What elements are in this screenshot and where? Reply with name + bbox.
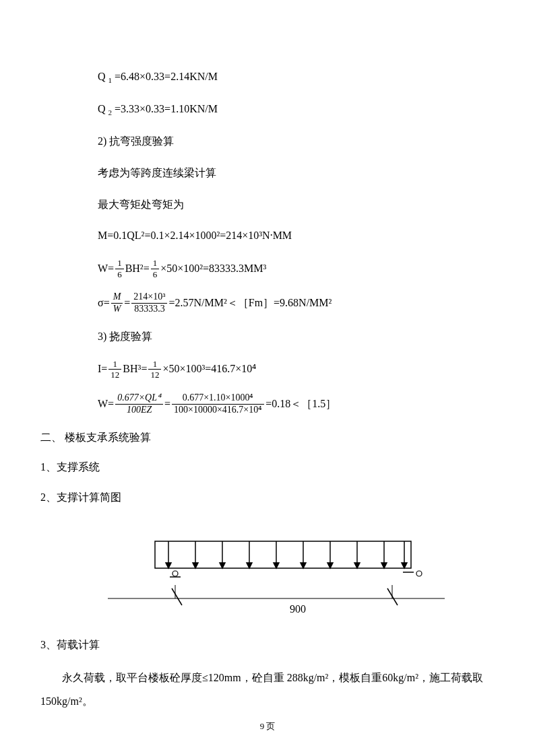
- sigma-rest: =2.57N/MM²＜［Fm］=9.68N/MM²: [168, 294, 332, 313]
- w-mid: BH²=: [125, 259, 150, 279]
- wd-pre: W=: [98, 394, 114, 414]
- heading-2: 2) 抗弯强度验算: [98, 132, 495, 151]
- sigma-eq: =: [124, 294, 130, 313]
- wd-rest: =0.18＜［1.5］: [265, 394, 336, 414]
- q2-sym: Q: [98, 103, 106, 114]
- eq-sigma: σ= M W = 214×10³ 83333.3 =2.57N/MM²＜［Fm］…: [98, 291, 495, 315]
- beam-diagram: 900: [108, 535, 445, 622]
- svg-marker-6: [220, 563, 225, 568]
- svg-marker-8: [247, 563, 252, 568]
- w-frac1: 1 6: [115, 258, 124, 279]
- q1-sym: Q: [98, 71, 106, 82]
- load-paragraph: 永久荷载，取平台楼板砼厚度≤120mm，砼自重 288kg/m²，模板自重60k…: [40, 666, 495, 713]
- eq-wdef: W= 0.677×QL⁴ 100EZ = 0.677×1.10×1000⁴ 10…: [98, 392, 495, 416]
- sigma-frac2: 214×10³ 83333.3: [131, 291, 167, 315]
- wd-eq: =: [164, 394, 170, 414]
- svg-marker-16: [354, 563, 360, 568]
- svg-point-24: [416, 571, 422, 576]
- wd-frac2: 0.677×1.10×1000⁴ 100×10000×416.7×10⁴: [172, 392, 264, 416]
- eq-m: M=0.1QL²=0.1×2.14×1000²=214×10³N·MM: [98, 226, 495, 246]
- section-2: 二、 楼板支承系统验算: [40, 428, 495, 448]
- q1-sub: 1: [108, 76, 113, 84]
- beam-svg: [108, 535, 445, 622]
- heading-3: 3) 挠度验算: [98, 327, 495, 347]
- dim-label: 900: [290, 603, 306, 615]
- section-2-3: 3、荷载计算: [40, 635, 495, 655]
- section-2-1: 1、支撑系统: [40, 458, 495, 477]
- i-rest: ×50×100³=416.7×10⁴: [162, 359, 256, 379]
- w-pre: W=: [98, 259, 114, 279]
- svg-marker-10: [274, 563, 279, 568]
- svg-marker-2: [166, 563, 171, 568]
- w-frac2: 1 6: [151, 258, 160, 279]
- i-frac1: 1 12: [108, 359, 121, 380]
- svg-point-21: [172, 571, 178, 576]
- svg-marker-14: [327, 563, 333, 568]
- text-2b: 最大弯矩处弯矩为: [98, 195, 495, 215]
- i-frac2: 1 12: [148, 359, 161, 380]
- svg-marker-12: [301, 563, 306, 568]
- eq-i: I= 1 12 BH³= 1 12 ×50×100³=416.7×10⁴: [98, 359, 495, 380]
- svg-marker-20: [402, 563, 407, 568]
- q1-rest: =6.48×0.33=2.14KN/M: [115, 71, 218, 82]
- sigma-frac1: M W: [111, 291, 123, 315]
- text-2a: 考虑为等跨度连续梁计算: [98, 164, 495, 183]
- svg-marker-4: [193, 563, 198, 568]
- i-mid: BH³=: [123, 359, 147, 379]
- eq-w: W= 1 6 BH²= 1 6 ×50×100²=83333.3MM³: [98, 258, 495, 279]
- w-rest: ×50×100²=83333.3MM³: [160, 259, 266, 279]
- q2-sub: 2: [108, 108, 113, 116]
- svg-marker-18: [381, 563, 387, 568]
- q2-rest: =3.33×0.33=1.10KN/M: [115, 103, 218, 114]
- i-pre: I=: [98, 359, 107, 379]
- page-number: 9 页: [0, 720, 535, 732]
- sigma-sym: σ=: [98, 294, 110, 313]
- svg-line-26: [172, 588, 182, 605]
- wd-frac1: 0.677×QL⁴ 100EZ: [115, 392, 163, 416]
- section-2-2: 2、支撑计算简图: [40, 488, 495, 508]
- line-q2: Q 2 =3.33×0.33=1.10KN/M: [98, 100, 495, 120]
- line-q1: Q 1 =6.48×0.33=2.14KN/M: [98, 67, 495, 88]
